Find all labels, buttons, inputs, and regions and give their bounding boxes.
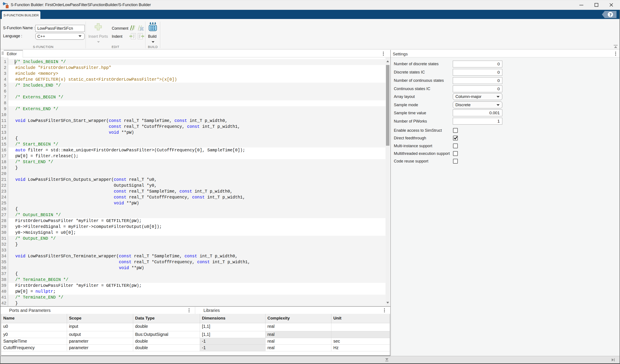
svg-text:?: ? [609,12,612,17]
